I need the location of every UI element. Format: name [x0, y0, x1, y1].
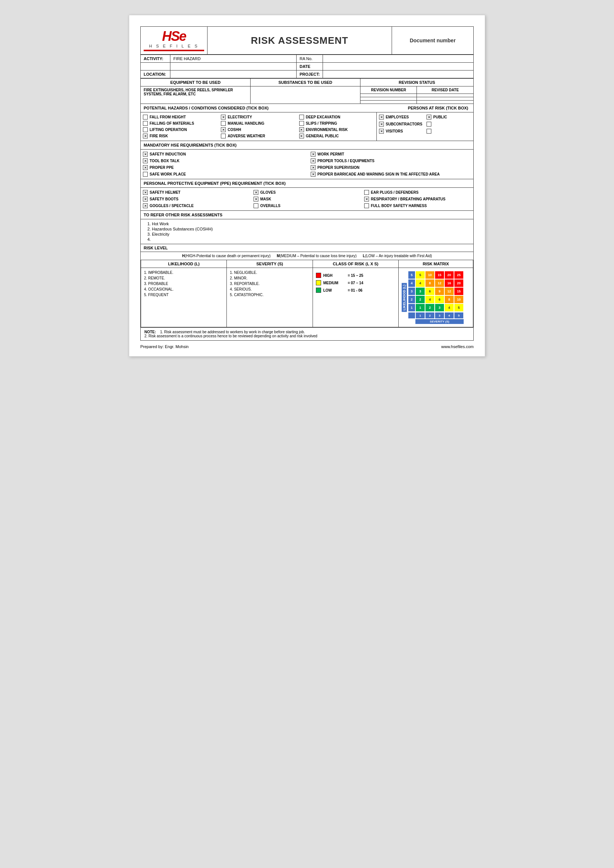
- ppe-checkbox: [254, 197, 258, 202]
- matrix-row-label: 1: [408, 304, 416, 312]
- rev-date-3: [417, 101, 474, 104]
- ppe-label: GOGGLES / SPECTACLE: [150, 204, 194, 208]
- matrix-col-label: 3: [435, 312, 444, 319]
- hazard-item: LIFTING OPERATION: [143, 127, 218, 132]
- class-range: = 07 – 14: [348, 281, 363, 285]
- person-item: [426, 122, 471, 127]
- class-row: LOW= 01 - 06: [313, 287, 398, 294]
- matrix-cell: 6: [435, 295, 444, 304]
- mandatory-checkbox: [143, 152, 148, 157]
- matrix-cell: 16: [444, 279, 454, 287]
- mandatory-label: PROPER TOOLS / EQUIPMENTS: [317, 159, 375, 163]
- hazard-label: LIFTING OPERATION: [150, 128, 187, 132]
- mandatory-section-header: MANDATORY HSE REQUIREMENTS (TICK BOX): [140, 141, 474, 150]
- hazard-item: COSHH: [221, 127, 296, 132]
- matrix-y-label: LIKELIHOOD (L): [402, 283, 407, 312]
- matrix-cell: 3: [435, 304, 444, 312]
- severity-body: 1. NEGLIGIBLE.2. MINOR.3. REPORTABLE.4. …: [227, 268, 312, 299]
- rev-num-3: [360, 101, 417, 104]
- likelihood-header: LIKELIHOOD (L): [141, 260, 226, 268]
- ppe-label: SAFETY HELMET: [150, 191, 180, 194]
- mandatory-checkbox: [143, 172, 148, 177]
- refer-item: 2. Hazardous Substances (COSHH): [147, 226, 470, 232]
- mandatory-item: PROPER BARRICADE AND WARNING SIGN IN THE…: [311, 172, 471, 177]
- hazard-checkbox: [221, 115, 226, 119]
- class-body: HIGH= 15 – 25MEDIUM= 07 – 14LOW= 01 - 06: [313, 268, 398, 298]
- note-section: NOTE: 1. Risk assessment must be address…: [140, 328, 474, 341]
- severity-item: 3. REPORTABLE.: [230, 281, 309, 287]
- class-label: LOW: [323, 288, 346, 293]
- matrix-spacer: [408, 312, 416, 319]
- likelihood-item: 3. PROBABLE: [144, 281, 223, 287]
- hazard-item: ELECTRICITY: [221, 115, 296, 119]
- likelihood-item: 4. OCCASIONAL.: [144, 287, 223, 292]
- severity-col: SEVERITY (S) 1. NEGLIGIBLE.2. MINOR.3. R…: [227, 260, 313, 327]
- matrix-cell: 2: [416, 295, 425, 304]
- mandatory-label: PROPER PPE: [150, 166, 174, 170]
- matrix-col-label: 5: [454, 312, 464, 319]
- hazard-label: FALLING OF MATERIALS: [150, 121, 194, 126]
- person-checkbox: [426, 122, 431, 127]
- class-label: MEDIUM: [323, 281, 346, 285]
- ppe-label: FULL BODY SAFETY HARNESS: [371, 204, 427, 208]
- activity-label: ACTIVITY:: [141, 55, 171, 63]
- footer-right: www.hsefiles.com: [441, 344, 474, 349]
- matrix-cell: 8: [425, 279, 435, 287]
- document-title: RISK ASSESSMENT: [208, 27, 392, 54]
- note-text: 1. Risk assessment must be addressed to …: [144, 330, 317, 338]
- person-label: VISITORS: [386, 129, 403, 133]
- class-range: = 01 - 06: [348, 288, 363, 293]
- hazard-item: ADVERSE WEATHER: [221, 133, 296, 138]
- ppe-checkbox: [143, 197, 148, 202]
- matrix-cell: 10: [425, 271, 435, 279]
- matrix-col-label: 1: [416, 312, 425, 319]
- hazards-section-header: POTENTIAL HAZARDS / CONDITIONS CONSIDERE…: [140, 104, 474, 112]
- refer-item: 4.: [147, 237, 470, 242]
- hazard-label: ELECTRICITY: [228, 115, 252, 119]
- hazard-checkbox: [221, 133, 226, 138]
- matrix-col-label: 2: [425, 312, 435, 319]
- matrix-cell: 5: [416, 271, 425, 279]
- rev-num-1: [360, 94, 417, 97]
- hazard-checkbox: [143, 121, 148, 126]
- ppe-checks: SAFETY HELMETGLOVESEAR PLUGS / DEFENDERS…: [140, 188, 474, 211]
- risk-bottom-grid: LIKELIHOOD (L) 1. IMPROBABLE.2. REMOTE.3…: [141, 260, 473, 327]
- person-label: SUBCONTRACTORS: [386, 122, 422, 126]
- hazard-label: FIRE RISK: [150, 134, 168, 138]
- hazard-label: SLIPS / TRIPPING: [306, 121, 337, 126]
- matrix-row: 2246810: [408, 295, 464, 304]
- matrix-row-label: 3: [408, 287, 416, 295]
- equipment-header: EQUIPMENT TO BE USED: [141, 79, 251, 87]
- hazard-checkbox: [221, 121, 226, 126]
- class-range: = 15 – 25: [348, 273, 363, 277]
- likelihood-col: LIKELIHOOD (L) 1. IMPROBABLE.2. REMOTE.3…: [141, 260, 227, 327]
- ppe-item: FULL BODY SAFETY HARNESS: [364, 203, 471, 208]
- mandatory-label: SAFE WORK PLACE: [150, 172, 186, 176]
- mandatory-item: PROPER TOOLS / EQUIPMENTS: [311, 158, 471, 163]
- mandatory-item: PROPER PPE: [143, 165, 303, 170]
- project-value: [323, 71, 474, 78]
- hazard-checkbox: [299, 133, 304, 138]
- matrix-footer-row: 12345: [408, 312, 464, 319]
- ppe-item: EAR PLUGS / DEFENDERS: [364, 190, 471, 195]
- matrix-cell: 2: [425, 304, 435, 312]
- mandatory-item: WORK PERMIT: [311, 152, 471, 157]
- matrix-row: 112345: [408, 304, 464, 312]
- matrix-grid-wrapper: 5510152025448121620336912152246810112345…: [408, 271, 464, 324]
- class-col: CLASS OF RISK (L X S) HIGH= 15 – 25MEDIU…: [313, 260, 399, 327]
- person-item: EMPLOYEES: [379, 115, 423, 119]
- matrix-cell: 1: [416, 304, 425, 312]
- person-checkbox: [379, 122, 384, 127]
- refer-section-header: TO REFER OTHER RISK ASSESSMENTS: [140, 211, 474, 219]
- hazard-label: FALL FROM HEIGHT: [150, 115, 186, 119]
- hazard-item: FIRE RISK: [143, 133, 218, 138]
- person-label: PUBLIC: [433, 115, 447, 119]
- severity-item: 5. CATASTROPHIC.: [230, 292, 309, 298]
- note-line: 1. Risk assessment must be addressed to …: [160, 330, 305, 334]
- matrix-cell: 12: [444, 287, 454, 295]
- matrix-row-label: 5: [408, 271, 416, 279]
- ppe-item: SAFETY BOOTS: [143, 197, 250, 202]
- logo-icon: HSe: [162, 30, 186, 43]
- ppe-item: OVERALLS: [254, 203, 360, 208]
- person-item: SUBCONTRACTORS: [379, 122, 423, 127]
